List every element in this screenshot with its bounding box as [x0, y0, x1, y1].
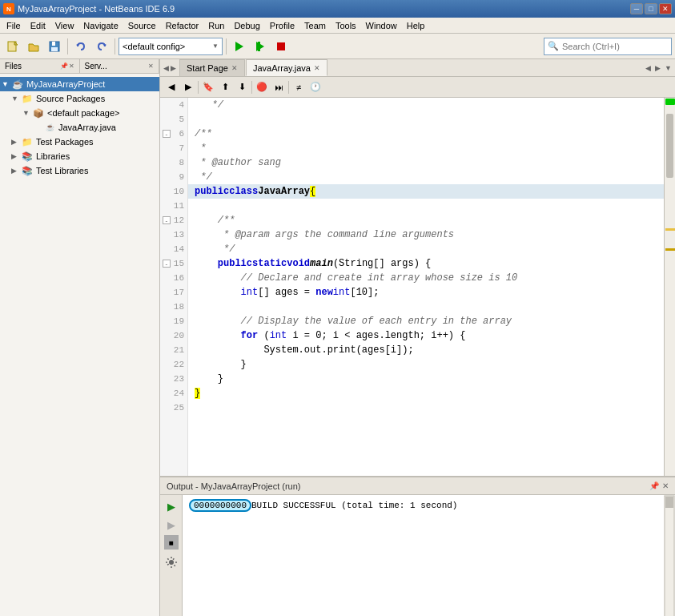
fold-12[interactable]: - — [163, 216, 171, 224]
tree-item-test-packages[interactable]: ▶ 📁 Test Packages — [0, 135, 159, 149]
project-icon: ☕ — [11, 78, 24, 91]
menu-file[interactable]: File — [2, 18, 26, 33]
redo-button[interactable] — [92, 37, 111, 56]
code-line-10: public class JavaArray { — [188, 184, 664, 199]
undo-button[interactable] — [71, 37, 90, 56]
new-project-button[interactable] — [3, 37, 22, 56]
tab-java-array[interactable]: JavaArray.java ✕ — [246, 59, 327, 76]
editor-toolbar: ◀ ▶ 🔖 ⬆ ⬇ 🔴 ⏭ ≠ 🕐 — [160, 77, 675, 98]
forward-button[interactable]: ▶ — [180, 79, 196, 95]
linenum-20: 20 — [160, 328, 187, 343]
title-bar-controls[interactable]: ─ □ ✕ — [630, 3, 672, 14]
output-close-icon[interactable]: ✕ — [662, 481, 669, 490]
config-dropdown[interactable]: <default config> ▼ — [119, 38, 223, 55]
svg-rect-12 — [665, 496, 674, 616]
toggle-breakpoint[interactable]: 🔴 — [254, 79, 270, 95]
menu-tools[interactable]: Tools — [331, 18, 361, 33]
history-button[interactable]: 🕐 — [307, 79, 323, 95]
tree-item-libraries[interactable]: ▶ 📚 Libraries — [0, 149, 159, 163]
step-over[interactable]: ⏭ — [271, 79, 287, 95]
search-input[interactable] — [562, 42, 668, 51]
toggle-project[interactable]: ▼ — [2, 80, 11, 88]
diff-button[interactable]: ≠ — [291, 79, 307, 95]
maximize-button[interactable]: □ — [645, 3, 657, 14]
services-tab-controls[interactable]: ✕ — [148, 62, 154, 70]
close-serv-icon[interactable]: ✕ — [148, 62, 154, 70]
prev-bookmark[interactable]: ⬆ — [217, 79, 233, 95]
tree-item-project[interactable]: ▼ ☕ MyJavaArrayProject — [0, 77, 159, 91]
output-extra-btn[interactable] — [164, 555, 179, 570]
run-button[interactable] — [230, 37, 249, 56]
menu-help[interactable]: Help — [402, 18, 430, 33]
run-output-button[interactable]: ▶ — [163, 498, 179, 514]
tree-item-source-packages[interactable]: ▼ 📁 Source Packages — [0, 91, 159, 106]
services-tab[interactable]: Serv... ✕ — [80, 59, 160, 73]
editor-tabs-arrows[interactable]: ◀ ▶ ▼ — [642, 62, 675, 74]
tree-item-default-package[interactable]: ▼ 📦 <default package> — [0, 106, 159, 120]
minimize-button[interactable]: ─ — [630, 3, 643, 14]
tab-arrow-left[interactable]: ◀ — [644, 64, 653, 72]
tab-arrow-down[interactable]: ▼ — [663, 64, 673, 72]
linenum-9: 9 — [160, 170, 187, 184]
test-libs-icon: 📚 — [21, 164, 34, 177]
search-box[interactable]: 🔍 — [544, 38, 672, 55]
svg-rect-3 — [52, 42, 55, 46]
scroll-thumb[interactable] — [666, 114, 673, 178]
debug-button[interactable] — [251, 37, 270, 56]
close-start-tab[interactable]: ✕ — [231, 64, 238, 72]
fold-6[interactable]: - — [163, 130, 171, 138]
menu-profile[interactable]: Profile — [265, 18, 299, 33]
pin-icon[interactable]: 📌 — [60, 62, 68, 70]
run-output-button2[interactable]: ▶ — [163, 517, 179, 533]
toggle-libs[interactable]: ▶ — [11, 152, 21, 160]
svg-rect-13 — [665, 497, 673, 508]
close-button[interactable]: ✕ — [659, 3, 672, 14]
menu-team[interactable]: Team — [299, 18, 331, 33]
back-button[interactable]: ◀ — [163, 79, 179, 95]
menu-window[interactable]: Window — [361, 18, 402, 33]
tab-scroll-left[interactable]: ◀ — [163, 64, 169, 72]
test-pkg-icon: 📁 — [21, 135, 34, 148]
menu-bar: File Edit View Navigate Source Refactor … — [0, 18, 675, 34]
close-java-tab[interactable]: ✕ — [314, 64, 320, 72]
menu-source[interactable]: Source — [123, 18, 161, 33]
default-pkg-icon: 📦 — [32, 107, 45, 119]
menu-run[interactable]: Run — [203, 18, 229, 33]
menu-debug[interactable]: Debug — [229, 18, 264, 33]
editor-scrollbar[interactable] — [664, 98, 675, 476]
save-button[interactable] — [45, 37, 64, 56]
files-tab-controls[interactable]: 📌 ✕ — [60, 62, 74, 70]
code-content[interactable]: */ /** * * @author sang */ public class … — [188, 98, 664, 476]
tab-start-page[interactable]: Start Page ✕ — [179, 59, 245, 76]
tree-item-test-libraries[interactable]: ▶ 📚 Test Libraries — [0, 163, 159, 178]
close-files-icon[interactable]: ✕ — [69, 62, 74, 70]
tab-arrow-right[interactable]: ▶ — [653, 64, 662, 72]
stop-button[interactable] — [271, 37, 291, 56]
menu-edit[interactable]: Edit — [26, 18, 50, 33]
linenum-5: 5 — [160, 112, 187, 127]
files-tab[interactable]: Files 📌 ✕ — [0, 59, 80, 73]
toggle-source[interactable]: ▼ — [11, 95, 21, 103]
code-editor[interactable]: 4 5 - 6 7 8 9 10 11 - 12 13 — [160, 98, 675, 476]
output-pin-icon[interactable]: 📌 — [649, 481, 659, 490]
toggle-bookmark[interactable]: 🔖 — [200, 79, 216, 95]
toggle-default[interactable]: ▼ — [22, 109, 32, 117]
toggle-test[interactable]: ▶ — [11, 138, 21, 146]
stop-output-button[interactable]: ■ — [164, 535, 179, 550]
toggle-test-libs[interactable]: ▶ — [11, 167, 21, 175]
output-scrollbar[interactable] — [664, 495, 675, 616]
next-bookmark[interactable]: ⬇ — [234, 79, 250, 95]
output-text-area[interactable]: 0000000000BUILD SUCCESSFUL (total time: … — [183, 495, 664, 616]
tree-item-java-file[interactable]: ☕ JavaArray.java — [0, 120, 159, 135]
right-panel: ◀ ▶ Start Page ✕ JavaArray.java ✕ ◀ ▶ ▼ — [160, 59, 675, 616]
left-panel: Files 📌 ✕ Serv... ✕ ▼ ☕ MyJavaArrayProje… — [0, 59, 160, 616]
fold-15[interactable]: - — [163, 260, 171, 268]
menu-view[interactable]: View — [50, 18, 79, 33]
menu-navigate[interactable]: Navigate — [78, 18, 123, 33]
output-settings-icon[interactable] — [164, 555, 179, 570]
open-project-button[interactable] — [24, 37, 43, 56]
scroll-marks — [665, 227, 675, 252]
output-controls[interactable]: 📌 ✕ — [649, 481, 669, 490]
menu-refactor[interactable]: Refactor — [161, 18, 204, 33]
tab-scroll-right[interactable]: ▶ — [171, 64, 176, 72]
